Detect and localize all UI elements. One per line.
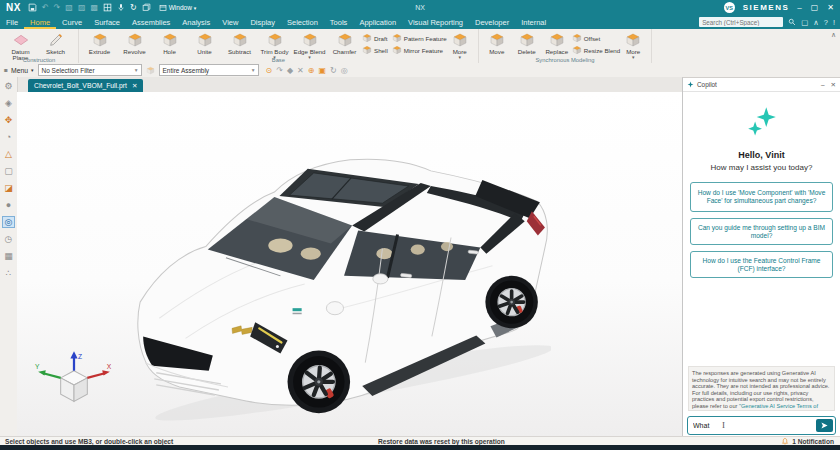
internet-explorer-icon[interactable]: ● <box>2 199 15 211</box>
copilot-close-icon[interactable]: ✕ <box>831 81 836 89</box>
tab-selection[interactable]: Selection <box>281 15 324 29</box>
orientation-triad[interactable]: Z X Y <box>33 350 115 416</box>
car-model-3d[interactable] <box>127 148 551 432</box>
suggestion-card-2[interactable]: Can you guide me through setting up a BI… <box>690 218 833 245</box>
copilot-header: Copilot – ✕ <box>683 78 840 92</box>
tab-display[interactable]: Display <box>244 15 281 29</box>
draft-button[interactable]: Draft <box>362 33 388 43</box>
revolve-button[interactable]: Revolve <box>117 30 152 55</box>
system-materials-icon[interactable]: ▦ <box>2 250 15 262</box>
tab-tools[interactable]: Tools <box>324 15 354 29</box>
web-browser-icon[interactable]: ◎ <box>2 216 15 228</box>
copy-icon[interactable]: ▨ <box>78 3 86 12</box>
triad-y-label: Y <box>35 363 40 370</box>
command-finder-icon[interactable]: ! <box>833 18 835 27</box>
restore-button[interactable]: ▢ <box>811 3 819 12</box>
notifications-icon[interactable]: △ <box>2 148 15 160</box>
display-mode-icon[interactable] <box>103 3 112 12</box>
refresh-icon[interactable]: ↻ <box>130 3 137 12</box>
help-icon[interactable]: ? <box>824 18 828 27</box>
refresh-view-icon[interactable]: ↻ <box>330 66 337 75</box>
subtract-button[interactable]: Subtract <box>222 30 257 55</box>
tab-internal[interactable]: Internal <box>515 15 552 29</box>
tab-assemblies[interactable]: Assemblies <box>126 15 176 29</box>
offset-button[interactable]: Offset <box>572 33 620 43</box>
close-button[interactable]: ✕ <box>827 3 834 12</box>
part-tab[interactable]: Chevrolet_Bolt_VBOM_Full.prt ✕ <box>28 79 143 92</box>
save-icon[interactable] <box>28 3 37 12</box>
hd3d-tools-icon[interactable]: ◪ <box>2 182 15 194</box>
sync-more-button[interactable]: More <box>620 30 646 59</box>
minimize-ribbon-icon[interactable]: ∧ <box>813 18 819 27</box>
edge-blend-button[interactable]: Edge Blend <box>292 30 327 59</box>
reuse-library-icon[interactable]: ▢ <box>2 165 15 177</box>
pattern-feature-button[interactable]: Pattern Feature <box>392 33 447 43</box>
settings-gear-icon[interactable]: ⚙ <box>2 80 15 92</box>
history-icon[interactable]: ◷ <box>2 233 15 245</box>
copilot-prompt-input[interactable] <box>691 418 805 433</box>
mirror-feature-button[interactable]: Mirror Feature <box>392 45 447 55</box>
render-style-icon[interactable]: ◎ <box>341 66 348 75</box>
user-avatar[interactable]: VS <box>724 2 735 13</box>
window-menu[interactable]: Window▾ <box>159 4 197 12</box>
menu-dropdown[interactable]: ≡Menu▾ <box>4 67 34 74</box>
sketch-button[interactable]: Sketch <box>38 30 73 55</box>
microphone-icon[interactable] <box>117 3 125 12</box>
windows-layout-icon[interactable] <box>142 3 151 12</box>
tab-home[interactable]: Home <box>24 15 56 29</box>
suggestion-card-3[interactable]: How do I use the Feature Control Frame (… <box>690 251 833 278</box>
graphics-viewport[interactable]: Z X Y <box>17 92 682 436</box>
undo-icon[interactable]: ↶ <box>42 3 49 12</box>
search-icon[interactable] <box>788 18 796 26</box>
minimize-button[interactable]: – <box>797 3 801 12</box>
selection-filter-dropdown[interactable]: No Selection Filter▾ <box>38 64 142 76</box>
chevron-down-icon: ▾ <box>135 67 138 73</box>
ribbon-group-synchronous-modeling: Move Delete Replace Offset Resize Blend … <box>479 29 652 63</box>
select-face-icon[interactable]: ◆ <box>287 66 293 75</box>
hole-button[interactable]: Hole <box>152 30 187 55</box>
privacy-info-link[interactable]: "Generative AI Service Privacy Informati… <box>716 410 825 411</box>
assembly-navigator-icon[interactable]: ◈ <box>2 97 15 109</box>
roles-icon[interactable]: ∴ <box>2 267 15 279</box>
extrude-button[interactable]: Extrude <box>82 30 117 55</box>
close-tab-icon[interactable]: ✕ <box>132 82 137 90</box>
trim-body-button[interactable]: Trim Body <box>257 30 292 59</box>
tab-view[interactable]: View <box>216 15 244 29</box>
shell-button[interactable]: Shell <box>362 45 388 55</box>
fullscreen-icon[interactable]: ▢ <box>801 18 808 27</box>
tab-application[interactable]: Application <box>353 15 402 29</box>
ribbon-collapse-icon[interactable]: ∧ <box>827 29 840 63</box>
document-tab-bar: Chevrolet_Bolt_VBOM_Full.prt ✕ <box>17 77 682 93</box>
tab-surface[interactable]: Surface <box>88 15 126 29</box>
toggle-shaded-icon[interactable]: ↷ <box>276 66 283 75</box>
add-selection-icon[interactable]: ⊕ <box>308 66 315 75</box>
base-more-button[interactable]: More <box>447 30 473 59</box>
selection-scope-dropdown[interactable]: Entire Assembly▾ <box>159 64 259 76</box>
unite-button[interactable]: Unite <box>187 30 222 55</box>
selection-toolbar: ≡Menu▾ No Selection Filter▾ Entire Assem… <box>0 63 840 78</box>
ai-disclaimer: The responses are generated using Genera… <box>688 366 835 411</box>
tab-curve[interactable]: Curve <box>56 15 88 29</box>
delete-button[interactable]: Delete <box>512 30 542 55</box>
constraint-navigator-icon[interactable]: ✥ <box>2 114 15 126</box>
suggestion-card-1[interactable]: How do I use 'Move Component' with 'Move… <box>690 182 833 212</box>
search-input[interactable] <box>699 17 783 27</box>
resize-blend-button[interactable]: Resize Blend <box>572 45 620 55</box>
tab-file[interactable]: File <box>0 15 24 29</box>
tab-analysis[interactable]: Analysis <box>176 15 216 29</box>
redo-icon[interactable]: ↷ <box>54 3 61 12</box>
cut-icon[interactable]: ▧ <box>65 3 73 12</box>
part-navigator-icon[interactable]: ◔ <box>2 131 15 143</box>
paste-icon[interactable]: ▩ <box>90 3 98 12</box>
send-button[interactable] <box>816 419 833 432</box>
highlight-icon[interactable]: ⊙ <box>266 66 273 75</box>
chamfer-button[interactable]: Chamfer <box>327 30 362 55</box>
copilot-minimize-icon[interactable]: – <box>821 81 825 89</box>
select-region-icon[interactable]: ▣ <box>318 66 326 75</box>
replace-button[interactable]: Replace <box>542 30 572 55</box>
tab-visual-reporting[interactable]: Visual Reporting <box>402 15 469 29</box>
deselect-icon[interactable]: ✕ <box>297 66 304 75</box>
snap-point-icon[interactable] <box>146 66 155 75</box>
move-button[interactable]: Move <box>482 30 512 55</box>
tab-developer[interactable]: Developer <box>469 15 515 29</box>
